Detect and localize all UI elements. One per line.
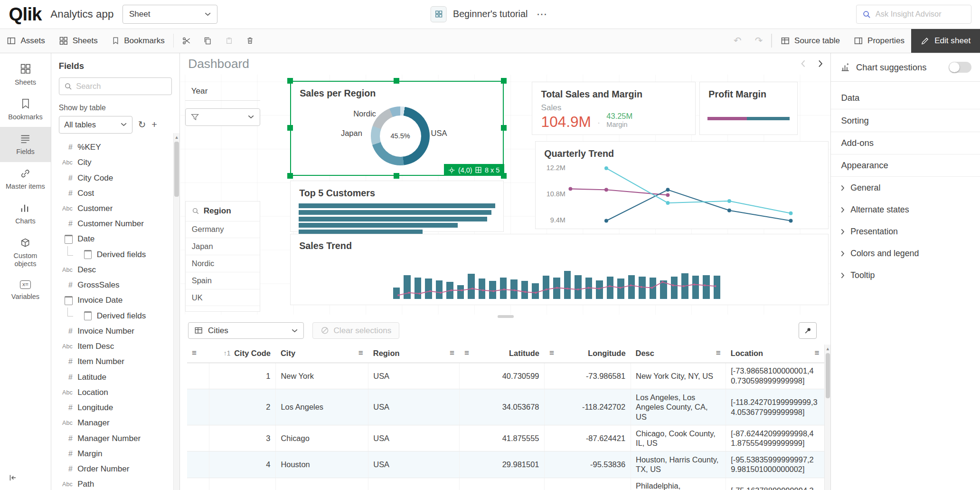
- column-menu-icon[interactable]: ≡: [358, 348, 363, 358]
- insight-advisor-search[interactable]: [856, 5, 971, 23]
- list-item[interactable]: Japan: [186, 238, 260, 255]
- bookmarks-button[interactable]: Bookmarks: [104, 29, 171, 53]
- cell-city[interactable]: Houston: [275, 452, 368, 478]
- column-menu-icon[interactable]: ≡: [450, 348, 454, 358]
- list-item[interactable]: Nordic: [186, 255, 260, 272]
- cell-desc[interactable]: Chicago, Cook County, IL, US: [631, 425, 726, 452]
- cell-longitude[interactable]: -118.242702: [544, 389, 631, 425]
- undo-button[interactable]: ↶: [727, 29, 748, 53]
- resize-grip[interactable]: [498, 315, 514, 318]
- fields-scrollbar[interactable]: ▲: [173, 133, 179, 490]
- table-selector-dropdown[interactable]: Cities: [188, 322, 304, 339]
- qlik-logo[interactable]: Qlik: [9, 4, 41, 25]
- column-header-city-code[interactable]: ↑1 City Code: [209, 344, 276, 363]
- bar[interactable]: [299, 217, 487, 221]
- table-select[interactable]: All tables: [59, 116, 132, 134]
- edit-sheet-button[interactable]: Edit sheet: [911, 29, 980, 53]
- cell-region[interactable]: USA: [368, 389, 459, 425]
- cell-region[interactable]: USA: [368, 478, 459, 490]
- refresh-fields-icon[interactable]: ↻: [138, 119, 146, 130]
- cell-desc[interactable]: Houston, Harris County, TX, US: [631, 452, 726, 478]
- panel-section[interactable]: Add-ons: [831, 132, 980, 154]
- cell-location[interactable]: [-73.98658100000001,40.730598999999998]: [726, 363, 824, 389]
- column-header-latitude[interactable]: ≡Latitude: [459, 344, 544, 363]
- column-header-location[interactable]: Location≡: [726, 344, 824, 363]
- field-item[interactable]: Derived fields: [51, 247, 173, 262]
- scroll-up-icon[interactable]: ▲: [826, 345, 830, 353]
- list-item[interactable]: UK: [186, 289, 260, 307]
- cell-city[interactable]: New York: [275, 363, 368, 389]
- rail-item-bookmarks[interactable]: Bookmarks: [0, 92, 51, 127]
- collapse-rail-button[interactable]: [0, 466, 51, 490]
- insight-advisor-input[interactable]: [876, 10, 965, 19]
- cell-desc[interactable]: Philadelphia, Philadelphia County, PA, U…: [631, 478, 726, 490]
- field-item[interactable]: Cost: [51, 186, 173, 201]
- panel-section[interactable]: Sorting: [831, 109, 980, 132]
- cell-latitude[interactable]: 39.952335: [459, 478, 544, 490]
- cell-longitude[interactable]: -95.53836: [544, 452, 631, 478]
- cell-city-code[interactable]: 3: [209, 425, 276, 452]
- cell-longitude[interactable]: -73.986581: [544, 363, 631, 389]
- fields-search[interactable]: [59, 77, 172, 95]
- column-menu-icon[interactable]: ≡: [192, 348, 197, 357]
- cell-region[interactable]: USA: [368, 363, 459, 389]
- field-item[interactable]: City Code: [51, 170, 173, 185]
- sales-trend-widget[interactable]: Sales Trend: [290, 234, 829, 305]
- bar[interactable]: [299, 223, 458, 228]
- resize-handle[interactable]: [501, 78, 507, 84]
- panel-section[interactable]: Data: [831, 87, 980, 109]
- resize-handle[interactable]: [501, 125, 507, 131]
- cell-desc[interactable]: New York City, NY, US: [631, 363, 726, 389]
- column-header-desc[interactable]: Desc≡: [631, 344, 726, 363]
- panel-subsection[interactable]: General: [831, 177, 980, 199]
- table-row[interactable]: 3 Chicago USA 41.875555 -87.624421 Chica…: [187, 425, 825, 452]
- field-item[interactable]: Path: [51, 477, 173, 490]
- table-row[interactable]: 5 Philadelphia USA 39.952335 -75.163789 …: [187, 478, 825, 490]
- fields-search-input[interactable]: [76, 82, 167, 91]
- region-filter-widget[interactable]: Region GermanyJapanNordicSpainUK: [185, 201, 260, 312]
- list-item[interactable]: Germany: [186, 221, 260, 239]
- field-item[interactable]: Desc: [51, 262, 173, 278]
- copy-button[interactable]: [197, 29, 218, 53]
- cell-city-code[interactable]: 2: [209, 389, 276, 425]
- rail-item-fields[interactable]: Fields: [0, 127, 51, 162]
- quarterly-trend-widget[interactable]: Quarterly Trend 12.2M10.8M9.4M: [535, 141, 829, 229]
- document-title[interactable]: Beginner's tutorial: [453, 9, 528, 19]
- sheets-button[interactable]: Sheets: [52, 29, 104, 53]
- combo-chart[interactable]: [393, 258, 721, 299]
- cell-city-code[interactable]: 4: [209, 452, 276, 478]
- field-item[interactable]: Date: [51, 231, 173, 247]
- bar[interactable]: [299, 203, 495, 208]
- rail-item-master-items[interactable]: Master items: [0, 162, 51, 197]
- sales-per-region-widget[interactable]: Sales per Region 45.5% Nordic Japan USA …: [290, 81, 504, 176]
- field-item[interactable]: Latitude: [51, 369, 173, 384]
- cell-desc[interactable]: Los Angeles, Los Angeles County, CA, US: [631, 389, 726, 425]
- field-item[interactable]: Derived fields: [51, 308, 173, 324]
- field-item[interactable]: Location: [51, 385, 173, 400]
- field-item[interactable]: Order Number: [51, 461, 173, 477]
- rail-item-custom-objects[interactable]: Custom objects: [0, 231, 51, 274]
- scroll-up-icon[interactable]: ▲: [174, 133, 179, 142]
- cell-latitude[interactable]: 41.875555: [459, 425, 544, 452]
- field-item[interactable]: Invoice Date: [51, 293, 173, 308]
- rail-item-variables[interactable]: x= Variables: [0, 274, 51, 307]
- bar[interactable]: [299, 210, 491, 215]
- resize-handle[interactable]: [394, 78, 399, 84]
- column-menu-icon[interactable]: ≡: [464, 348, 469, 358]
- top-customers-widget[interactable]: Top 5 Customers: [290, 181, 504, 232]
- cell-location[interactable]: [-87.62442099999998,41.875554999999999]: [726, 425, 824, 452]
- more-menu-button[interactable]: ⋯: [534, 8, 549, 20]
- scrollbar-thumb[interactable]: [174, 142, 179, 197]
- cell-city[interactable]: Los Angeles: [275, 389, 368, 425]
- resize-handle[interactable]: [287, 173, 293, 179]
- paste-button[interactable]: [218, 29, 240, 53]
- column-header-city[interactable]: City≡: [275, 344, 368, 363]
- field-item[interactable]: Customer: [51, 201, 173, 216]
- list-item[interactable]: Spain: [186, 272, 260, 289]
- cell-city[interactable]: Philadelphia: [275, 478, 368, 490]
- table-row[interactable]: 1 New York USA 40.730599 -73.986581 New …: [187, 363, 825, 389]
- cell-city[interactable]: Chicago: [275, 425, 368, 452]
- panel-subsection[interactable]: Presentation: [831, 221, 980, 243]
- field-item[interactable]: Customer Number: [51, 216, 173, 231]
- cell-region[interactable]: USA: [368, 452, 459, 478]
